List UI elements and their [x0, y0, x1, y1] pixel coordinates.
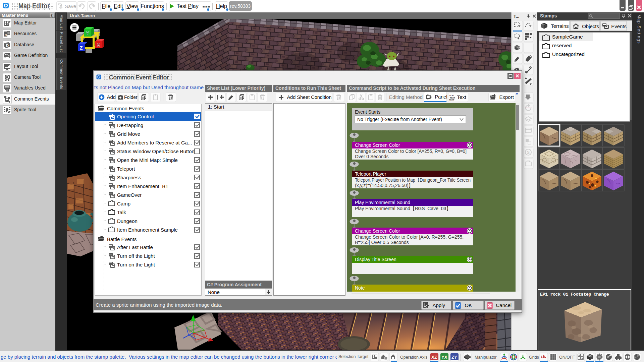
svg-text:D: D [6, 44, 9, 48]
svg-text:Play Environmental Sound【BGS_C: Play Environmental Sound【BGS_Cave_03】 [355, 206, 451, 211]
svg-text:Event Starts: Event Starts [355, 109, 380, 115]
svg-text:Change Screen Color to Color [: Change Screen Color to Color [A=255, R=0… [355, 148, 467, 154]
svg-text:Teleport Player: Teleport Player [355, 171, 386, 177]
svg-text:GameOver: GameOver [117, 192, 142, 198]
svg-text:After Last Battle: After Last Battle [117, 244, 153, 250]
svg-text:De-trapping: De-trapping [117, 122, 143, 128]
svg-text:Turn on the Light: Turn on the Light [117, 262, 155, 267]
svg-text:Camp: Camp [117, 201, 130, 206]
svg-text:TEXT: TEXT [449, 95, 454, 97]
svg-text:Change Screen Color: Change Screen Color [355, 228, 400, 234]
svg-text:TEXT: TEXT [449, 99, 454, 101]
svg-text:X: X [97, 42, 100, 48]
svg-text:R: R [5, 33, 7, 37]
svg-text:Turn off the Light: Turn off the Light [117, 253, 155, 259]
svg-text:XZ: XZ [431, 355, 437, 360]
svg-text:Y: Y [86, 30, 89, 36]
svg-text:No Trigger (Execute from Anoth: No Trigger (Execute from Another Event) [357, 117, 442, 122]
svg-text:S: S [527, 150, 530, 155]
svg-text:Common Events: Common Events [107, 106, 144, 111]
svg-text:Dungeon: Dungeon [117, 218, 138, 224]
svg-text:(x,y,z)=(14.50,0.75,26.50)】: (x,y,z)=(14.50,0.75,26.50)】 [355, 183, 413, 188]
svg-text:YX: YX [441, 355, 447, 360]
svg-text:Operation Axis: Operation Axis [400, 355, 427, 360]
svg-text:Change Screen Color to Color [: Change Screen Color to Color [A=0, R=255… [355, 234, 464, 240]
svg-text:Change Screen Color: Change Screen Color [355, 142, 400, 148]
svg-text:Play Environmental Sound: Play Environmental Sound [355, 200, 410, 205]
svg-text:Open the Mini Map: Simple: Open the Mini Map: Simple [117, 157, 178, 163]
svg-text:Opening Control: Opening Control [117, 114, 154, 119]
svg-text:TEXT: TEXT [450, 97, 455, 99]
svg-text:Z: Z [80, 45, 83, 51]
svg-text:Over 0 Seconds: Over 0 Seconds [355, 154, 388, 159]
svg-text:Item Enhancement Sample: Item Enhancement Sample [117, 227, 178, 233]
svg-text:Grid Move: Grid Move [117, 131, 140, 137]
svg-text:Sharpness: Sharpness [117, 175, 141, 180]
svg-text:Battle Events: Battle Events [107, 236, 137, 242]
svg-text:ON/OFF: ON/OFF [559, 355, 575, 360]
svg-text:ZY: ZY [451, 355, 457, 360]
svg-text:Item Enhancement_B1: Item Enhancement_B1 [117, 183, 168, 189]
svg-text:Talk: Talk [117, 209, 126, 215]
svg-text:Teleport: Teleport [117, 166, 135, 172]
svg-text:Status Window Open/Close Butto: Status Window Open/Close Button [117, 148, 195, 154]
svg-text:Teleport Player Position to Ma: Teleport Player Position to Map【Dungeon_… [355, 177, 471, 183]
svg-text:Manipulator: Manipulator [475, 355, 496, 360]
svg-text:Note: Note [355, 285, 365, 291]
svg-text:Grids: Grids [529, 355, 539, 360]
svg-text:Add Members to Reserve at Ga..: Add Members to Reserve at Ga... [117, 140, 192, 145]
svg-text:Display Title Screen: Display Title Screen [355, 257, 396, 262]
svg-text:B=255] Over 0.5 Seconds: B=255] Over 0.5 Seconds [355, 240, 409, 245]
